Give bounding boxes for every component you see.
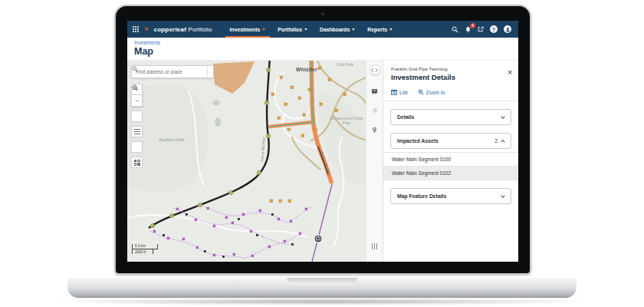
- investment-details-panel: Franklin Grid Pipe Twinning Investment D…: [383, 61, 518, 262]
- map-canvas[interactable]: Sea to Sky Hwy Blackcomb Way Whistler Co…: [127, 61, 366, 262]
- home-button[interactable]: [131, 111, 143, 122]
- main-nav: Investments Portfolios Dashboards Report…: [224, 21, 399, 38]
- laptop-notch: [287, 278, 357, 285]
- external-link-icon[interactable]: [478, 26, 484, 32]
- app-launcher-icon[interactable]: [133, 26, 139, 32]
- chevron-up-icon: [501, 140, 505, 144]
- copperleaf-logo-icon: ✶: [143, 26, 150, 33]
- scale-ft: 1000 ft: [132, 249, 153, 254]
- notifications-bell-icon[interactable]: 4: [465, 26, 472, 33]
- drag-grip-handle[interactable]: [372, 243, 378, 249]
- nav-item-reports[interactable]: Reports: [361, 21, 399, 38]
- legend-icon: [134, 129, 140, 134]
- location-pin-icon[interactable]: [372, 127, 377, 134]
- settings-gear-icon[interactable]: [372, 107, 378, 114]
- zoom-to-icon: [418, 89, 424, 95]
- brand-product: Portfolio: [188, 26, 212, 33]
- chevron-down-icon: [262, 28, 265, 31]
- help-icon[interactable]: ?: [490, 25, 498, 33]
- list-table-icon: [391, 90, 397, 95]
- brand-name: copperleaf: [154, 26, 186, 33]
- laptop-shadow: [46, 298, 598, 305]
- nav-item-dashboards[interactable]: Dashboards: [314, 21, 361, 38]
- notification-badge: 4: [470, 23, 475, 28]
- screenshot-stage: ✶ copperleaf Portfolio Investments Portf…: [0, 0, 644, 307]
- basemap-gallery-button[interactable]: [131, 157, 143, 168]
- asset-row-0102[interactable]: Water Main Segment 0102: [383, 166, 518, 180]
- search-icon[interactable]: [452, 26, 458, 33]
- legend-button[interactable]: [131, 126, 143, 137]
- panel-toolbar: List Zoom to: [383, 83, 518, 101]
- nav-item-investments[interactable]: Investments: [224, 21, 272, 38]
- top-navbar: ✶ copperleaf Portfolio Investments Portf…: [127, 21, 518, 38]
- chevron-down-icon: [352, 28, 355, 31]
- gondola-marker: [314, 235, 322, 243]
- settings-button[interactable]: [131, 141, 143, 153]
- page-header: Investments Map: [127, 38, 518, 61]
- basemap-icon: [134, 160, 140, 166]
- close-icon[interactable]: ×: [508, 69, 512, 77]
- investment-name: Franklin Grid Pipe Twinning: [391, 67, 511, 71]
- chevron-down-icon: [389, 28, 393, 31]
- chevron-down-icon: [501, 114, 505, 119]
- section-map-feature-details[interactable]: Map Feature Details: [390, 188, 511, 204]
- zoom-out-button[interactable]: −: [131, 95, 143, 107]
- panel-header: Franklin Grid Pipe Twinning Investment D…: [383, 61, 518, 83]
- scale-bar: 0.3 km 1000 ft: [132, 244, 158, 254]
- scale-km: 0.3 km: [132, 244, 158, 249]
- user-avatar[interactable]: [504, 25, 511, 33]
- map-graphics: Sea to Sky Hwy Blackcomb Way: [127, 61, 366, 262]
- section-impacted-assets[interactable]: Impacted Assets 2: [390, 133, 511, 149]
- widget-strip: [366, 61, 383, 262]
- laptop-base: [67, 278, 577, 298]
- search-input[interactable]: [132, 69, 207, 74]
- brand-text: copperleaf Portfolio: [154, 26, 212, 33]
- breadcrumb[interactable]: Investments: [134, 40, 511, 45]
- app-window: ✶ copperleaf Portfolio Investments Portf…: [127, 21, 518, 262]
- section-details[interactable]: Details: [390, 109, 511, 125]
- panel-body: Details Impacted Assets 2 Water Main Seg…: [383, 101, 518, 204]
- zoom-to-button[interactable]: Zoom to: [418, 89, 445, 95]
- webcam-dot: [321, 12, 324, 15]
- list-button[interactable]: List: [391, 90, 408, 95]
- asset-row-0100[interactable]: Water Main Segment 0100: [383, 152, 518, 166]
- page-title: Map: [134, 46, 511, 57]
- impacted-assets-list: Water Main Segment 0100 Water Main Segme…: [383, 152, 518, 180]
- nav-item-portfolios[interactable]: Portfolios: [271, 21, 314, 38]
- panel-title: Investment Details: [391, 73, 511, 81]
- map-controls: + −: [131, 84, 143, 168]
- map-search: [131, 65, 214, 78]
- asset-count: 2: [495, 138, 498, 144]
- search-icon[interactable]: [207, 66, 213, 78]
- chevron-down-icon: [501, 193, 505, 198]
- chevron-down-icon: [304, 28, 307, 31]
- directions-widget-icon[interactable]: [371, 88, 378, 94]
- collapse-panel-button[interactable]: [370, 64, 380, 75]
